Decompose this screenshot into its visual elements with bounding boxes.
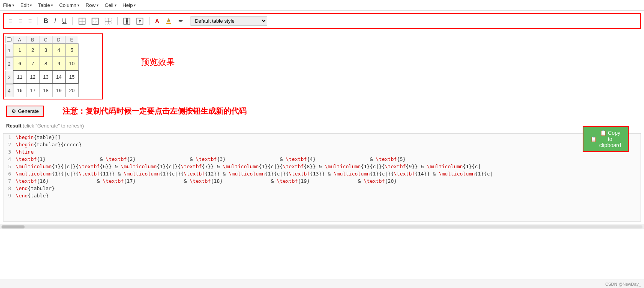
- font-color-button[interactable]: A: [153, 17, 161, 25]
- divider: [149, 17, 150, 25]
- menu-help[interactable]: Help ▾: [123, 2, 136, 8]
- watermark: CSDN @NewDay_: [605, 282, 641, 286]
- generate-label: Generate: [18, 108, 39, 114]
- col-header-row: A B C D E: [5, 36, 100, 43]
- row-num-3: 3: [5, 71, 13, 84]
- result-hint: (click "Generate" to refresh): [23, 123, 84, 129]
- col-header-a: A: [13, 36, 26, 43]
- bottom-bar: CSDN @NewDay_: [0, 280, 644, 288]
- cell-4-2[interactable]: 17: [26, 84, 39, 97]
- result-row: Result (click "Generate" to refresh) 📋 📋…: [0, 121, 644, 131]
- result-label: Result (click "Generate" to refresh): [3, 122, 87, 129]
- result-title: Result: [6, 123, 21, 129]
- menu-cell[interactable]: Cell ▾: [105, 2, 116, 8]
- copy-btn-label: 📋 Copy to clipboard: [599, 130, 621, 148]
- scrollbar-track: [2, 225, 642, 228]
- divider: [117, 17, 118, 25]
- chevron-down-icon: ▾: [97, 3, 99, 7]
- underline-button[interactable]: U: [60, 17, 69, 26]
- code-line-3: 3 \hline: [3, 148, 641, 156]
- divider: [72, 17, 73, 25]
- chevron-down-icon: ▾: [12, 3, 14, 7]
- code-container: 1 \begin{table}[] 2 \begin{tabular}{cccc…: [3, 133, 641, 222]
- table-style-select[interactable]: Default table style: [191, 16, 267, 26]
- code-line-7: 7 \textbf{16} & \textbf{17} & \textbf{18…: [3, 177, 641, 185]
- col-header-c: C: [39, 36, 52, 43]
- align-left-button[interactable]: ≡: [7, 17, 14, 26]
- code-line-8: 8 \end{tabular}: [3, 185, 641, 192]
- select-all-checkbox[interactable]: [5, 36, 13, 43]
- cell-4-5[interactable]: 20: [66, 84, 79, 97]
- code-line-9: 9 \end{table}: [3, 192, 641, 199]
- cell-2-3[interactable]: 8: [39, 57, 53, 70]
- menu-column[interactable]: Column ▾: [59, 2, 79, 8]
- preview-row-2-cells: 6 7 8 9 10: [13, 57, 79, 70]
- main-area: A B C D E 1 1 2 3 4 5 2 6: [0, 31, 644, 102]
- chevron-down-icon: ▾: [134, 3, 136, 7]
- no-color-button[interactable]: ✒: [176, 16, 185, 26]
- code-line-4: 4 \textbf{1} & \textbf{2} & \textbf{3} &…: [3, 156, 641, 163]
- border-inner-button[interactable]: [103, 17, 113, 26]
- cell-1-2[interactable]: 2: [26, 44, 39, 57]
- code-line-1: 1 \begin{table}[]: [3, 134, 641, 141]
- cell-3-3[interactable]: 13: [39, 71, 53, 84]
- cell-2-1[interactable]: 6: [13, 57, 26, 70]
- menu-file[interactable]: File ▾: [3, 2, 14, 8]
- copy-to-clipboard-button[interactable]: 📋 📋 Copy to clipboard: [583, 126, 629, 152]
- action-row: ⚙ Generate 注意：复制代码时候一定要点击左侧按钮生成新的代码: [0, 102, 644, 121]
- border-all-button[interactable]: [77, 17, 87, 26]
- align-center-button[interactable]: ≡: [16, 17, 24, 26]
- menu-table[interactable]: Table ▾: [38, 2, 53, 8]
- cell-1-4[interactable]: 4: [53, 44, 66, 57]
- code-line-6: 6 \multicolumn{1}{|c|}{\textbf{11}} & \m…: [3, 170, 641, 177]
- svg-rect-17: [166, 23, 171, 24]
- chevron-down-icon: ▾: [30, 3, 32, 7]
- code-line-2: 2 \begin{tabular}{ccccc}: [3, 141, 641, 148]
- row-num-2: 2: [5, 57, 13, 70]
- cell-1-3[interactable]: 3: [39, 44, 53, 57]
- divider: [38, 17, 38, 25]
- cell-3-4[interactable]: 14: [53, 71, 66, 84]
- clipboard-icon: 📋: [590, 136, 597, 142]
- cell-1-5[interactable]: 5: [66, 44, 79, 57]
- cell-3-5[interactable]: 15: [66, 71, 79, 84]
- fill-color-button[interactable]: [163, 17, 174, 26]
- preview-row-4-cells: 16 17 18 19 20: [13, 84, 79, 97]
- chevron-down-icon: ▾: [115, 3, 117, 7]
- cell-3-1[interactable]: 11: [13, 71, 26, 84]
- preview-row-3-cells: 11 12 13 14 15: [13, 70, 79, 84]
- cell-4-3[interactable]: 18: [39, 84, 53, 97]
- scrollbar-thumb[interactable]: [2, 225, 25, 228]
- cell-4-4[interactable]: 19: [53, 84, 66, 97]
- toolbar: ≡ ≡ ≡ B I U A ✒ Default table style 工具栏: [3, 13, 641, 29]
- menubar: File ▾ Edit ▾ Table ▾ Column ▾ Row ▾ Cel…: [0, 0, 644, 11]
- chevron-down-icon: ▾: [51, 3, 53, 7]
- col-header-b: B: [26, 36, 39, 43]
- table-row-3: 3 11 12 13 14 15: [5, 70, 100, 84]
- menu-row[interactable]: Row ▾: [85, 2, 99, 8]
- row-num-4: 4: [5, 84, 13, 97]
- italic-button[interactable]: I: [53, 17, 58, 26]
- preview-row-1-cells: 1 2 3 4 5: [13, 43, 79, 57]
- border-outer-button[interactable]: [90, 17, 100, 26]
- cell-3-2[interactable]: 12: [26, 71, 39, 84]
- cell-4-1[interactable]: 16: [13, 84, 26, 97]
- generate-button[interactable]: ⚙ Generate: [6, 106, 44, 117]
- table-row-4: 4 16 17 18 19 20: [5, 84, 100, 97]
- horizontal-scrollbar[interactable]: [0, 224, 644, 229]
- row-num-1: 1: [5, 44, 13, 57]
- align-right-button[interactable]: ≡: [26, 17, 34, 26]
- cell-1-1[interactable]: 1: [13, 44, 26, 57]
- cell-2-2[interactable]: 7: [26, 57, 39, 70]
- menu-edit[interactable]: Edit ▾: [20, 2, 32, 8]
- preview-label: 预览效果: [110, 33, 175, 99]
- cell-2-5[interactable]: 10: [66, 57, 79, 70]
- merge-cells-button[interactable]: [122, 17, 132, 26]
- cell-2-4[interactable]: 9: [53, 57, 66, 70]
- split-cells-button[interactable]: [135, 17, 145, 26]
- table-preview: A B C D E 1 1 2 3 4 5 2 6: [3, 33, 103, 99]
- col-header-e: E: [65, 36, 78, 43]
- notice-text: 注意：复制代码时候一定要点击左侧按钮生成新的代码: [62, 106, 246, 116]
- bold-button[interactable]: B: [42, 17, 50, 26]
- select-all-input[interactable]: [7, 37, 12, 42]
